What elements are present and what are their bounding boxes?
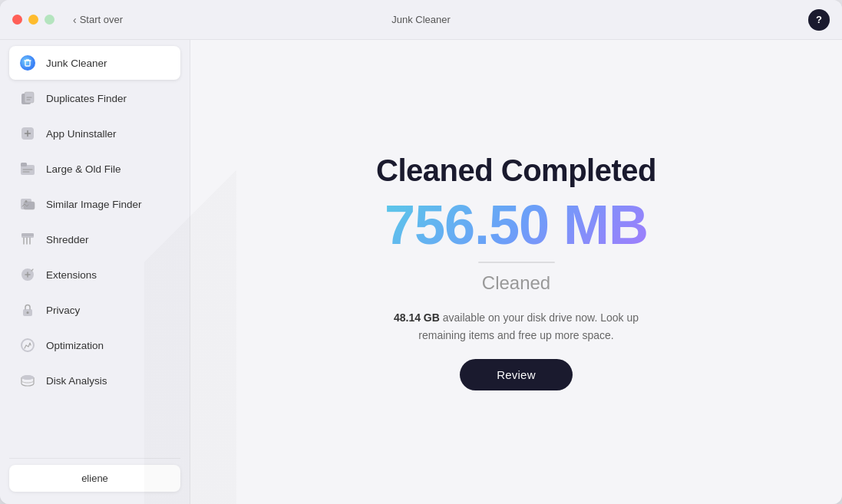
sidebar-item-junk-cleaner-label: Junk Cleaner: [46, 58, 107, 69]
user-item[interactable]: eliene: [9, 465, 180, 492]
username-label: eliene: [81, 473, 108, 484]
disk-available: 48.14 GB: [394, 311, 440, 324]
junk-cleaner-icon: [18, 54, 37, 72]
sidebar-item-similar-image-finder[interactable]: Similar Image Finder: [9, 187, 180, 221]
sidebar-item-app-uninstaller-label: App Uninstaller: [46, 128, 117, 140]
extensions-icon: [18, 265, 37, 284]
svg-point-14: [21, 339, 34, 351]
help-button[interactable]: ?: [808, 9, 830, 31]
disk-info-text: available on your disk drive now. Look u…: [418, 311, 639, 341]
sidebar-item-optimization[interactable]: Optimization: [9, 328, 180, 362]
cleaned-amount: 756.50 MB: [385, 197, 648, 252]
disk-analysis-icon: [18, 371, 37, 390]
duplicates-finder-icon: [18, 89, 37, 107]
svg-rect-10: [21, 233, 34, 236]
sidebar-item-extensions-label: Extensions: [46, 269, 97, 281]
review-button[interactable]: Review: [460, 359, 572, 390]
app-window: ‹ Start over Junk Cleaner ?: [0, 0, 842, 504]
main-content: Junk Cleaner Duplicates Finder: [0, 40, 842, 504]
traffic-lights: [12, 15, 54, 25]
sidebar-item-duplicates-finder[interactable]: Duplicates Finder: [9, 81, 180, 115]
app-uninstaller-icon: [18, 124, 37, 143]
svg-point-16: [21, 375, 34, 380]
sidebar-item-duplicates-finder-label: Duplicates Finder: [46, 93, 127, 104]
result-container: Cleaned Completed 756.50 MB Cleaned 48.1…: [376, 153, 656, 390]
sidebar-item-junk-cleaner[interactable]: Junk Cleaner: [9, 46, 180, 80]
sidebar-item-large-old-file-label: Large & Old File: [46, 163, 121, 175]
cleaned-label: Cleaned: [482, 272, 550, 294]
privacy-icon: [18, 301, 37, 319]
svg-point-0: [20, 55, 35, 71]
sidebar-nav: Junk Cleaner Duplicates Finder: [9, 46, 180, 458]
sidebar-item-shredder[interactable]: Shredder: [9, 222, 180, 256]
sidebar-item-app-uninstaller[interactable]: App Uninstaller: [9, 117, 180, 150]
sidebar-item-privacy[interactable]: Privacy: [9, 293, 180, 327]
sidebar-item-similar-image-finder-label: Similar Image Finder: [46, 199, 142, 210]
title-bar: ‹ Start over Junk Cleaner ?: [0, 0, 842, 40]
content-area: Cleaned Completed 756.50 MB Cleaned 48.1…: [190, 40, 842, 504]
sidebar-item-optimization-label: Optimization: [46, 340, 104, 351]
sidebar-item-large-old-file[interactable]: Large & Old File: [9, 152, 180, 186]
sidebar-item-privacy-label: Privacy: [46, 305, 80, 316]
svg-point-8: [25, 200, 28, 203]
optimization-icon: [18, 336, 37, 354]
sidebar-item-extensions[interactable]: Extensions: [9, 258, 180, 292]
sidebar-item-disk-analysis[interactable]: Disk Analysis: [9, 364, 180, 397]
sidebar-footer: eliene: [9, 458, 180, 498]
svg-rect-5: [21, 163, 27, 166]
sidebar-item-disk-analysis-label: Disk Analysis: [46, 375, 107, 387]
fullscreen-button[interactable]: [45, 15, 54, 25]
similar-image-finder-icon: [18, 195, 37, 213]
chevron-left-icon: ‹: [73, 14, 77, 26]
shredder-icon: [18, 230, 37, 249]
sidebar-item-shredder-label: Shredder: [46, 234, 89, 245]
close-button[interactable]: [12, 15, 22, 25]
divider-line: [478, 262, 555, 263]
cleaned-title: Cleaned Completed: [376, 153, 656, 188]
minimize-button[interactable]: [28, 15, 38, 25]
window-title: Junk Cleaner: [391, 14, 451, 25]
svg-rect-7: [24, 202, 35, 209]
disk-info: 48.14 GB available on your disk drive no…: [394, 309, 639, 344]
start-over-button[interactable]: ‹ Start over: [73, 14, 123, 26]
sidebar: Junk Cleaner Duplicates Finder: [0, 40, 190, 504]
start-over-label: Start over: [80, 14, 123, 25]
svg-point-13: [27, 311, 29, 314]
large-old-file-icon: [18, 160, 37, 178]
